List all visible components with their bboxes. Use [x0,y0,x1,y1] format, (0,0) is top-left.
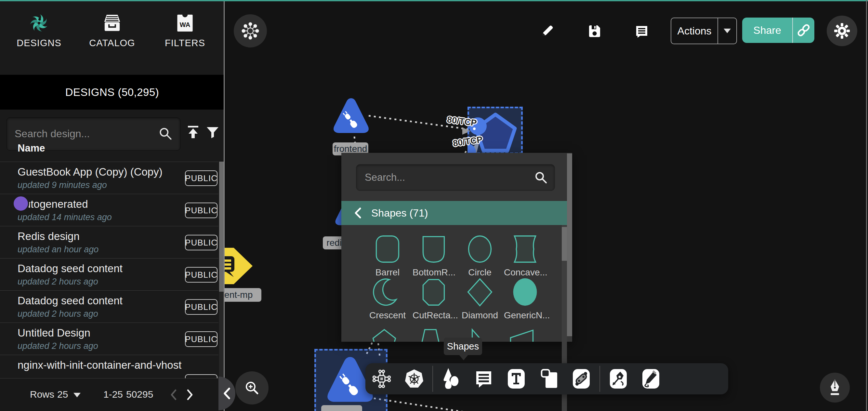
node-graph-icon [371,369,392,389]
visualize-graph-tool[interactable] [365,363,398,394]
sticky-note-tool[interactable] [532,363,565,394]
shapes-tool[interactable] [435,363,467,394]
design-row[interactable]: Datadog seed content updated 2 hours ago… [0,258,218,291]
rows-per-page-select[interactable]: 25 [57,389,68,400]
shape-concave-glyph [510,234,540,264]
shapes-header-label: Shapes (71) [371,207,428,219]
settings-button[interactable] [827,16,857,46]
shape-item-genericnode[interactable]: GenericN... [504,277,546,321]
chain-link-icon [571,369,591,389]
design-row[interactable]: Redis design updated an hour ago PUBLIC [0,226,218,259]
actions-caret-button[interactable] [718,29,736,33]
shape-item-concave[interactable]: Concave... [504,234,546,278]
tab-designs-label: DESIGNS [8,38,70,49]
kubernetes-tool[interactable] [398,363,430,394]
avatar [12,195,29,212]
design-row[interactable]: Untitled Design updated 2 hours ago PUBL… [0,323,218,355]
shapes-panel-scrollbar[interactable] [567,153,572,342]
visibility-badge: PUBLIC [185,331,217,347]
search-icon [534,170,548,185]
shape-item-barrel[interactable]: Barrel [366,234,409,278]
pencil-draw-icon [641,369,660,389]
shape-item-bottomround[interactable]: BottomR... [412,234,455,278]
filter-funnel-icon[interactable] [205,124,220,140]
shapes-tooltip: Shapes [444,337,482,355]
designs-count-header: DESIGNS (50,295) [0,75,224,110]
node-pentagon[interactable] [467,107,526,153]
tab-designs[interactable]: DESIGNS [8,13,70,49]
shapes-panel: Shapes (71) Barrel BottomR... Circle Con… [341,153,572,342]
shape-diamond-glyph [465,277,495,307]
shapes-tool-icon [440,368,462,390]
link-tool[interactable] [565,363,597,394]
zoom-in-icon [243,379,261,397]
visibility-badge: PUBLIC [185,203,217,218]
edit-icon[interactable] [539,23,555,39]
next-page-button[interactable] [183,386,197,403]
design-row[interactable]: Datadog seed content updated 2 hours ago… [0,290,218,323]
sidebar: DESIGNS CATALOG WA [0,0,224,411]
actions-button[interactable]: Actions [671,18,737,44]
prev-page-button[interactable] [166,386,181,403]
shapes-category-header[interactable]: Shapes (71) [341,201,567,225]
tab-filters[interactable]: WA FILTERS [154,13,216,49]
shape-circle-glyph [465,234,495,264]
shape-bottomround-glyph [419,234,448,264]
rows-caret-icon[interactable] [73,393,81,397]
fountain-pen-button[interactable] [820,373,850,403]
shape-item-cutrectangle[interactable]: CutRecta... [412,277,455,321]
design-row[interactable]: GuestBook App (Copy) (Copy) updated 9 mi… [0,162,218,194]
design-row[interactable]: nginx-with-init-container-and-vhost [0,355,218,379]
comment-icon[interactable] [633,23,649,39]
total-count: 50295 [126,389,153,400]
shape-genericnode-glyph [510,277,540,307]
chevron-left-icon [223,387,231,400]
copy-link-button[interactable] [793,23,814,37]
name-column-header[interactable]: Name [18,142,45,154]
pen-tool[interactable] [602,363,634,394]
shape-item-circle[interactable]: Circle [459,234,501,278]
zoom-in-button[interactable] [236,371,269,405]
import-design-icon[interactable] [185,124,201,140]
actions-label: Actions [671,25,717,37]
cluster-view-button[interactable] [234,14,267,48]
design-row[interactable]: Autogenerated updated 14 minutes ago PUB… [0,194,218,226]
visibility-badge: PUBLIC [185,235,217,251]
link-icon [797,23,811,37]
tab-filters-label: FILTERS [154,38,216,49]
shape-partial-glyph[interactable] [415,327,445,342]
meshery-logo-icon [8,13,70,33]
catalog-icon [81,13,143,33]
share-label: Share [742,24,792,36]
visibility-badge: PUBLIC [185,170,217,186]
fountain-pen-icon [827,379,843,397]
sidebar-canvas-divider [224,0,225,411]
shape-partial-glyph[interactable] [369,327,399,342]
comment-tool-icon [474,369,494,389]
toolbar-divider [599,366,600,392]
page-range: 1-25 [103,389,123,400]
window-right-edge [866,0,867,411]
node-label-partial[interactable] [321,405,362,411]
node-frontend[interactable] [332,96,370,137]
pagination-bar: Rows 25 1-25 50295 [0,378,224,411]
shape-item-crescent[interactable]: Crescent [366,277,409,321]
shape-partial-glyph[interactable] [507,327,537,342]
pencil-tool[interactable] [634,363,667,394]
shapes-search-box[interactable] [356,164,555,191]
shape-cutrectangle-glyph [419,277,448,307]
save-icon[interactable] [586,23,602,39]
shape-item-diamond[interactable]: Diamond [459,277,501,321]
text-tool-icon [506,369,526,389]
comment-tool[interactable] [467,363,500,394]
design-list-scrollbar[interactable] [219,162,224,411]
toolbar-divider [432,366,433,392]
text-tool[interactable] [500,363,532,394]
tab-catalog[interactable]: CATALOG [81,13,143,49]
visibility-badge: PUBLIC [185,299,217,315]
gear-icon [834,23,850,39]
share-button[interactable]: Share [742,18,814,43]
shape-crescent-glyph [373,277,402,307]
tab-catalog-label: CATALOG [81,38,143,49]
shapes-search-input[interactable] [364,165,528,190]
